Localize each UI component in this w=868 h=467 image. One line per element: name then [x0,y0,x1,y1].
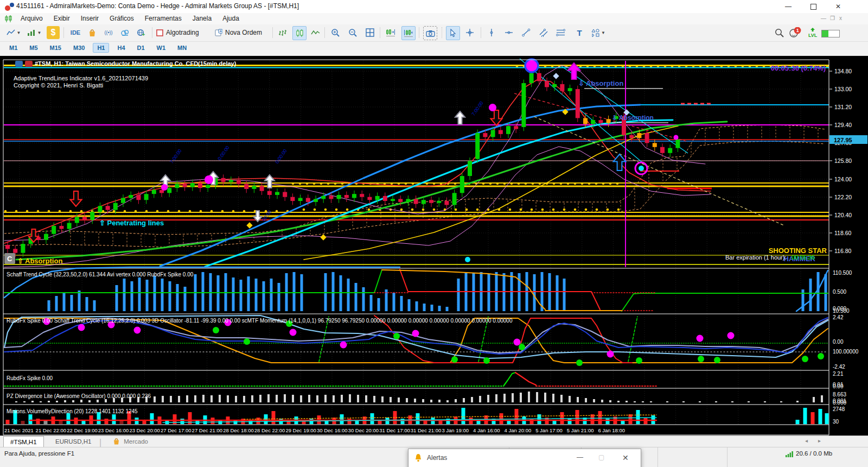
alerts-minimize-icon[interactable]: — [577,453,583,461]
menu-gráficos[interactable]: Gráficos [104,13,139,24]
stc-histogram-bar [809,279,812,311]
stc-histogram-bar [255,279,258,311]
timeframe-m5[interactable]: M5 [25,43,41,52]
timeframe-h4[interactable]: H4 [113,43,129,52]
child-restore-icon[interactable]: ❐ [830,15,835,21]
timeframe-mn[interactable]: MN [174,43,190,52]
divergence-bar [23,401,25,402]
ide-button[interactable]: IDE [67,26,84,39]
timeframe-m1[interactable]: M1 [5,43,21,52]
panel-axis-value: 2.42 [833,314,844,320]
chart-shift-icon[interactable] [401,26,416,40]
divergence-bar [609,400,611,402]
menu-ajuda[interactable]: Ajuda [217,13,245,24]
time-axis-label: 31 Dec 21:00 [411,427,442,433]
tab-eurusd-h1[interactable]: EURUSD,H1 [49,436,98,447]
divergence-bar [357,395,359,402]
panel-axis-value: 0.500 [833,289,846,295]
divergence-bar [430,400,432,402]
stc-histogram-bar [533,274,536,311]
timeframe-m15[interactable]: M15 [46,43,65,52]
timeframe-d1[interactable]: D1 [133,43,149,52]
tile-windows-icon[interactable] [363,26,376,39]
panel-axis-value: 0.000 [833,400,846,406]
new-order-button[interactable]: + Nova Ordem [215,26,269,39]
tab-tsm-h1[interactable]: #TSM,H1 [3,436,44,447]
alerts-maximize-icon[interactable]: ▢ [598,453,604,461]
candle [568,88,572,91]
menu-arquivo[interactable]: Arquivo [15,13,48,24]
time-axis-label: 30 Dec 20:00 [348,427,379,433]
zoom-in-icon[interactable] [329,26,342,39]
oscillator-dot [636,357,642,364]
candle-chart-mode-icon[interactable] [292,26,307,40]
volume-bar [150,413,154,424]
notifications-bell-icon[interactable]: 1 [789,26,802,39]
channel-tool-icon[interactable] [537,26,550,39]
cursor-icon[interactable] [446,26,460,40]
crosshair-icon[interactable] [463,26,476,39]
fibonacci-tool-icon[interactable] [554,26,567,39]
volume-bar [416,413,420,424]
signal-dot [161,184,168,191]
chart-area[interactable]: 7:00:000:00:000:00:007:00:0000:00#TSM, H… [0,0,868,467]
text-tool-icon[interactable]: T [573,26,586,39]
minimize-button[interactable]: — [776,0,801,13]
indicators-dropdown[interactable]: ▼ [25,26,43,39]
price-tick: 131.20 [834,104,852,110]
stc-histogram-bar [184,287,187,311]
panel-axis-value: 2748 [833,406,845,412]
time-axis-label: 27 Dec 17:00 [161,427,192,433]
menu-ferramentas[interactable]: Ferramentas [139,13,187,24]
candle [560,84,564,91]
line-chart-mode-icon[interactable] [309,26,322,39]
divergence-bar [577,397,579,402]
candle [52,226,56,234]
market-bag-icon[interactable] [86,26,99,39]
horizontal-line-tool-icon[interactable] [502,26,515,39]
divergence-bar [682,401,685,402]
tab-market[interactable]: Mercado [106,436,155,447]
candle [460,176,464,193]
zoom-out-icon[interactable] [346,26,359,39]
divergence-bar [455,399,457,402]
divergence-bar [259,395,261,402]
vertical-line-tool-icon[interactable] [485,26,498,39]
child-minimize-icon[interactable]: — [821,15,826,21]
volume-bar [219,421,222,424]
divergence-bar [512,393,514,402]
trendline-tool-icon[interactable] [520,26,533,39]
menu-exibir[interactable]: Exibir [48,13,75,24]
chart-type-dropdown[interactable]: ▼ [4,26,23,39]
child-close-icon[interactable]: x [839,15,842,21]
signals-icon[interactable]: ((•)) [102,26,115,39]
menu-inserir[interactable]: Inserir [75,13,104,24]
timeframe-m30[interactable]: M30 [69,43,88,52]
candle [190,183,195,187]
lvl-indicator-icon: LVL [806,26,819,39]
screenshot-camera-icon[interactable] [423,26,437,40]
search-icon[interactable] [773,26,786,39]
tab-scroll-left-icon[interactable]: ◂ [805,438,808,444]
timeframe-w1[interactable]: W1 [153,43,170,52]
vps-cloud-icon[interactable] [118,26,131,39]
tab-scroll-right-icon[interactable]: ▸ [818,438,821,444]
divergence-bar [390,397,392,402]
alerts-close-icon[interactable]: ✕ [622,453,629,462]
deposit-icon[interactable]: $ [47,26,60,39]
menu-janela[interactable]: Janela [187,13,217,24]
bar-chart-mode-icon[interactable] [276,26,289,39]
timeframe-h1[interactable]: H1 [93,43,109,53]
close-button[interactable]: ✕ [826,0,851,13]
alerts-window[interactable]: Alertas — ▢ ✕ [408,449,641,467]
stc-histogram-bar [78,291,81,311]
divergence-bar [626,401,628,402]
divergence-bar [105,399,107,402]
stc-histogram-bar [169,281,171,311]
shapes-tool-dropdown[interactable]: ▼ [589,26,608,39]
algotrading-button[interactable]: Algotrading [156,26,212,39]
candle [229,180,233,182]
community-globe-icon[interactable]: + [135,26,148,39]
auto-scroll-icon[interactable] [384,26,397,39]
maximize-button[interactable] [801,0,826,13]
